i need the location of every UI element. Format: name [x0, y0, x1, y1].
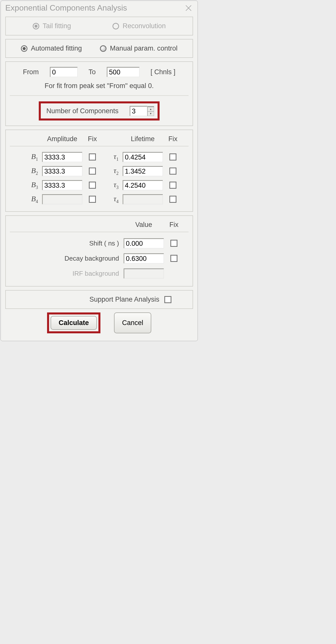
radio-label-manual-param-control: Manual param. control: [110, 45, 178, 52]
input-shift[interactable]: [124, 238, 164, 248]
input-t3[interactable]: [123, 180, 163, 190]
dialog-title: Exponential Components Analysis: [5, 3, 127, 13]
panel-range-components: From To [ Chnls ] For fit from peak set …: [5, 61, 193, 126]
dialog-body: Tail fitting Reconvolution Automated fit…: [1, 15, 198, 341]
spinner-down-icon[interactable]: ▼: [147, 111, 154, 116]
dialog-exponential-components-analysis: Exponential Components Analysis Tail fit…: [1, 1, 198, 341]
input-b2[interactable]: [42, 166, 82, 176]
spinner-up-icon[interactable]: ▲: [147, 107, 154, 111]
label-b4: B4: [14, 194, 40, 204]
panel-extras: Value Fix Shift ( ns ) Decay background …: [5, 215, 193, 287]
param-row-2: B2 τ2: [12, 164, 186, 178]
header-fix-lifetime: Fix: [165, 135, 180, 143]
radio-automated-fitting[interactable]: Automated fitting: [21, 45, 82, 52]
label-from: From: [23, 68, 39, 76]
radio-manual-param-control[interactable]: Manual param. control: [100, 45, 178, 52]
label-b2: B2: [14, 166, 40, 176]
input-b3[interactable]: [42, 180, 82, 190]
checkbox-fix-decay-bg[interactable]: [170, 255, 177, 262]
radio-label-reconvolution: Reconvolution: [123, 22, 166, 30]
separator: [10, 95, 189, 96]
header-lifetime: Lifetime: [123, 135, 163, 143]
highlight-number-of-components: Number of Components ▲ ▼: [39, 101, 160, 120]
panel-fitting-mode-disabled: Tail fitting Reconvolution: [5, 17, 193, 35]
label-units: [ Chnls ]: [151, 68, 175, 76]
radio-dot-icon: [100, 45, 106, 52]
hint-from-peak: For fit from peak set "From" equal 0.: [12, 82, 186, 90]
highlight-calculate: Calculate: [47, 312, 100, 333]
separator: [10, 232, 189, 232]
param-row-3: B3 τ3: [12, 178, 186, 192]
param-row-1: B1 τ1: [12, 150, 186, 164]
header-value: Value: [124, 221, 164, 229]
column-headers: Amplitude Fix Lifetime Fix: [12, 135, 186, 144]
checkbox-support-plane[interactable]: [164, 296, 171, 303]
value-headers: Value Fix: [12, 221, 186, 230]
header-amplitude: Amplitude: [42, 135, 82, 143]
radio-dot-icon: [21, 45, 27, 52]
calculate-button[interactable]: Calculate: [51, 316, 97, 330]
checkbox-fix-b1[interactable]: [89, 153, 96, 160]
header-fix: Fix: [166, 221, 181, 229]
radio-tail-fitting: Tail fitting: [33, 22, 71, 30]
param-row-4: B4 τ4: [12, 192, 186, 206]
checkbox-fix-t4[interactable]: [169, 196, 176, 203]
radio-dot-icon: [33, 23, 39, 29]
radio-dot-icon: [113, 23, 119, 29]
label-t2: τ2: [102, 166, 120, 176]
title-bar: Exponential Components Analysis: [1, 1, 198, 15]
checkbox-fix-t1[interactable]: [169, 153, 176, 160]
label-b3: B3: [14, 180, 40, 190]
label-decay-bg: Decay background: [14, 255, 121, 262]
close-icon[interactable]: [184, 4, 193, 13]
input-b1[interactable]: [42, 152, 82, 162]
header-fix-amplitude: Fix: [85, 135, 100, 143]
input-irf-bg: [124, 268, 164, 278]
label-t1: τ1: [102, 152, 120, 162]
checkbox-fix-shift[interactable]: [170, 240, 177, 247]
spinner-num-components[interactable]: ▲ ▼: [130, 106, 154, 116]
checkbox-fix-t2[interactable]: [169, 168, 176, 175]
input-t4[interactable]: [123, 194, 163, 204]
separator: [10, 146, 189, 146]
radio-label-automated-fitting: Automated fitting: [31, 45, 82, 52]
buttons-row: Calculate Cancel: [5, 312, 193, 333]
cancel-button[interactable]: Cancel: [114, 312, 151, 333]
input-t1[interactable]: [123, 152, 163, 162]
row-shift: Shift ( ns ): [12, 236, 186, 251]
label-irf-bg: IRF background: [14, 270, 121, 277]
input-t2[interactable]: [123, 166, 163, 176]
input-to[interactable]: [107, 67, 139, 77]
label-t3: τ3: [102, 180, 120, 190]
label-support-plane: Support Plane Analysis: [89, 296, 159, 303]
label-b1: B1: [14, 152, 40, 162]
input-b4[interactable]: [42, 194, 82, 204]
panel-fitting-control: Automated fitting Manual param. control: [5, 39, 193, 58]
label-t4: τ4: [102, 194, 120, 204]
checkbox-fix-t3[interactable]: [169, 182, 176, 189]
checkbox-fix-b3[interactable]: [89, 182, 96, 189]
panel-support-plane: Support Plane Analysis: [5, 290, 193, 309]
label-shift: Shift ( ns ): [14, 239, 121, 247]
label-to: To: [89, 68, 96, 76]
checkbox-fix-b4[interactable]: [89, 196, 96, 203]
panel-parameters: Amplitude Fix Lifetime Fix B1 τ1 B2 τ2: [5, 130, 193, 212]
row-irf-bg: IRF background: [12, 266, 186, 281]
checkbox-fix-b2[interactable]: [89, 168, 96, 175]
input-num-components[interactable]: [130, 106, 147, 116]
input-from[interactable]: [50, 67, 78, 77]
label-num-components: Number of Components: [46, 107, 119, 115]
radio-reconvolution: Reconvolution: [113, 22, 166, 30]
radio-label-tail-fitting: Tail fitting: [43, 22, 71, 30]
row-decay-bg: Decay background: [12, 251, 186, 266]
input-decay-bg[interactable]: [124, 253, 164, 263]
